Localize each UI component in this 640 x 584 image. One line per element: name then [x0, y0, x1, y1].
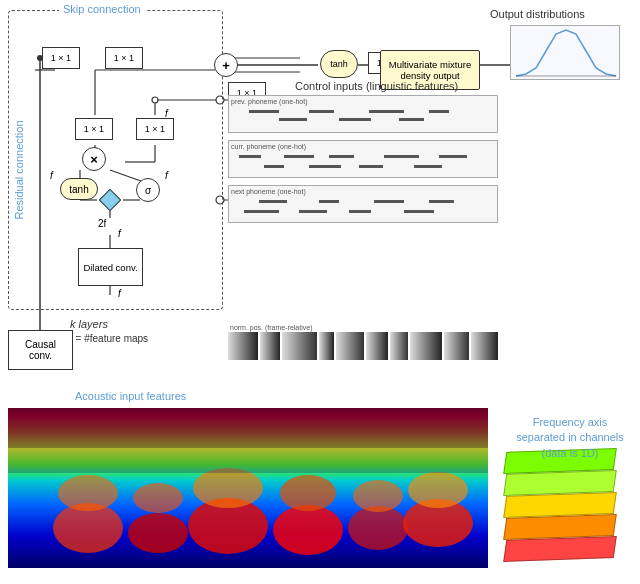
svg-point-51	[128, 513, 188, 553]
control-inputs-label: Control inputs (linguistic features)	[295, 80, 458, 92]
svg-point-54	[193, 468, 263, 508]
svg-point-55	[273, 505, 343, 555]
svg-point-56	[280, 475, 336, 511]
tanh-large: tanh	[320, 50, 358, 78]
svg-point-50	[58, 475, 118, 511]
f-label-top-dilated: f	[118, 228, 121, 239]
strip-curr-phoneme: curr. phoneme (one-hot)	[228, 140, 498, 178]
svg-rect-44	[390, 332, 408, 360]
spectrogram-display	[8, 408, 488, 568]
strip-label-4: norm. pos. (frame-relative)	[230, 324, 312, 331]
f-label-tanh: f	[50, 170, 53, 181]
svg-rect-46	[444, 332, 469, 360]
tanh-small: tanh	[60, 178, 98, 200]
conv-1x1-residual: 1 × 1	[136, 118, 174, 140]
multiply-circle: ×	[82, 147, 106, 171]
strip-label-2: curr. phoneme (one-hot)	[231, 143, 306, 150]
svg-rect-45	[410, 332, 442, 360]
svg-point-52	[133, 483, 183, 513]
svg-rect-43	[366, 332, 388, 360]
output-distribution-chart	[510, 25, 620, 80]
strip-norm-pos: norm. pos. (frame-relative)	[228, 322, 498, 362]
dilated-conv-box: Dilated conv.	[78, 248, 143, 286]
conv-1x1-top-right: 1 × 1	[105, 47, 143, 69]
freq-layer-5	[503, 536, 617, 562]
svg-rect-47	[471, 332, 498, 360]
two-f-label: 2f	[98, 218, 106, 229]
svg-rect-40	[282, 332, 317, 360]
strip-label-3: next phoneme (one-hot)	[231, 188, 306, 195]
strip-prev-phoneme: prev. phoneme (one-hot)	[228, 95, 498, 133]
freq-layer-3	[503, 492, 617, 518]
svg-rect-39	[260, 332, 280, 360]
k-layers-label: k layers	[70, 318, 108, 330]
svg-rect-61	[8, 408, 488, 448]
output-distributions-label: Output distributions	[490, 8, 585, 20]
skip-connection-label: Skip connection	[59, 3, 145, 15]
conv-1x1-top-left: 1 × 1	[42, 47, 80, 69]
f-label-1x1: f	[165, 108, 168, 119]
conv-1x1-skip-out: 1 × 1	[75, 118, 113, 140]
frequency-axis-label: Frequency axis separated in channels (da…	[510, 415, 630, 461]
sigma-circle: σ	[136, 178, 160, 202]
strip-next-phoneme: next phoneme (one-hot)	[228, 185, 498, 223]
residual-connection-label: Residual connection	[12, 80, 26, 260]
strip-label-1: prev. phoneme (one-hot)	[231, 98, 308, 105]
f-label-sigma: f	[165, 170, 168, 181]
acoustic-input-label: Acoustic input features	[75, 390, 186, 402]
svg-rect-42	[336, 332, 364, 360]
f-definition-label: f = #feature maps	[70, 333, 148, 344]
causal-conv-box: Causal conv.	[8, 330, 73, 370]
svg-rect-41	[319, 332, 334, 360]
freq-layer-2	[503, 470, 617, 496]
svg-point-60	[408, 472, 468, 508]
freq-layer-4	[503, 514, 617, 540]
f-label-bottom-dilated: f	[118, 288, 121, 299]
svg-point-58	[353, 480, 403, 512]
sum-circle-top: +	[214, 53, 238, 77]
svg-point-57	[348, 506, 408, 550]
svg-rect-38	[228, 332, 258, 360]
svg-rect-62	[8, 448, 488, 473]
